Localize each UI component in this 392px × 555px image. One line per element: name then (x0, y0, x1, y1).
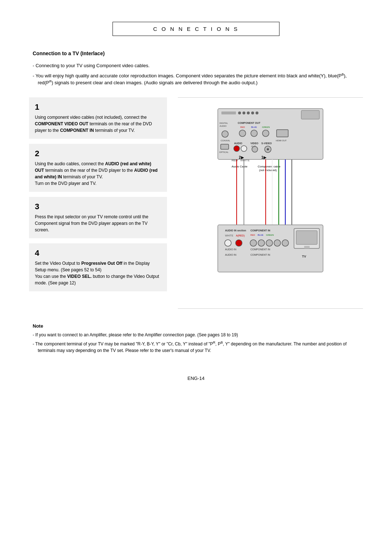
page-number: ENG-14 (29, 376, 363, 381)
diagram-column: DIGITAL AUDIO COAXIAL COMPONENT OUT RED … (178, 97, 363, 309)
svg-point-18 (262, 130, 269, 137)
svg-point-22 (234, 146, 240, 151)
svg-point-26 (252, 146, 258, 152)
svg-text:COAXIAL: COAXIAL (221, 139, 230, 142)
svg-text:S-VIDEO: S-VIDEO (261, 142, 272, 145)
note-section: Note - If you want to connect to an Ampl… (33, 323, 363, 354)
svg-text:WHITE: WHITE (240, 159, 250, 162)
intro-bullets: - Connecting to your TV using Component … (33, 62, 363, 86)
svg-rect-19 (221, 144, 229, 149)
svg-point-2 (238, 112, 241, 114)
svg-text:TV: TV (302, 255, 306, 258)
steps-column: 1 Using component video cables (not incl… (29, 97, 167, 309)
svg-text:COMPONENT IN: COMPONENT IN (250, 229, 270, 232)
svg-text:GREEN: GREEN (266, 234, 274, 236)
svg-rect-1 (221, 112, 236, 114)
svg-point-4 (247, 112, 250, 114)
svg-text:BLUE: BLUE (258, 234, 264, 236)
svg-rect-65 (304, 246, 310, 248)
page-title: C O N N E C T I O N S (153, 26, 239, 32)
svg-text:AUDIO IN: AUDIO IN (225, 254, 236, 256)
svg-text:WHITE: WHITE (225, 234, 233, 237)
svg-point-57 (258, 240, 265, 246)
svg-text:Component cable: Component cable (258, 165, 281, 168)
section-heading: Connection to a TV (Interlace) (33, 50, 363, 56)
step-4-block: 4 Set the Video Output to Progressive Ou… (29, 243, 167, 291)
svg-text:HDMI OUT: HDMI OUT (276, 139, 287, 142)
svg-text:(not included): (not included) (259, 169, 277, 172)
step-1-block: 1 Using component video cables (not incl… (29, 97, 167, 139)
svg-text:BLUE: BLUE (251, 126, 257, 128)
svg-text:A(RED): A(RED) (236, 234, 245, 237)
svg-point-51 (236, 240, 242, 246)
svg-text:RED: RED (240, 126, 245, 128)
svg-point-60 (282, 240, 289, 246)
svg-text:GREEN: GREEN (262, 126, 270, 128)
step-4-number: 4 (35, 248, 161, 258)
svg-text:COMPONENT OUT: COMPONENT OUT (238, 122, 261, 124)
svg-point-58 (266, 240, 273, 246)
svg-text:AUDIO IN: AUDIO IN (225, 248, 236, 251)
step-2-text: Using the audio cables, connect the AUDI… (35, 161, 161, 187)
svg-point-3 (242, 112, 245, 114)
note-bullet-1: - If you want to connect to an Amplifier… (33, 332, 363, 338)
svg-text:Audio Cable: Audio Cable (232, 165, 248, 168)
note-title: Note (33, 323, 363, 329)
step-4-text: Set the Video Output to Progressive Out … (35, 260, 161, 286)
step-3-text: Press the input selector on your TV remo… (35, 214, 161, 233)
svg-text:RED: RED (250, 234, 255, 236)
svg-point-6 (256, 112, 258, 114)
svg-point-10 (222, 131, 228, 137)
title-box: C O N N E C T I O N S (113, 22, 279, 36)
connection-svg: DIGITAL AUDIO COAXIAL COMPONENT OUT RED … (214, 105, 327, 301)
connection-diagram: DIGITAL AUDIO COAXIAL COMPONENT OUT RED … (181, 105, 359, 301)
svg-text:COMPONENT IN: COMPONENT IN (250, 254, 270, 256)
svg-text:VIDEO: VIDEO (250, 142, 258, 145)
svg-point-50 (225, 240, 231, 246)
note-bullet-2: - The component terminal of your TV may … (33, 340, 363, 354)
page-wrapper: C O N N E C T I O N S Connection to a TV… (29, 22, 363, 381)
svg-rect-64 (296, 231, 317, 244)
svg-point-29 (267, 148, 269, 150)
intro-bullet-1: - Connecting to your TV using Component … (33, 62, 363, 69)
step-1-text: Using component video cables (not includ… (35, 114, 161, 134)
svg-point-5 (251, 112, 254, 114)
svg-point-59 (274, 240, 281, 246)
svg-text:OPTICAL: OPTICAL (219, 151, 229, 153)
note-bullets: - If you want to connect to an Amplifier… (33, 332, 363, 354)
step-3-block: 3 Press the input selector on your TV re… (29, 197, 167, 238)
svg-point-17 (251, 130, 257, 137)
svg-text:AUDIO IN section: AUDIO IN section (225, 229, 246, 232)
step-2-block: 2 Using the audio cables, connect the AU… (29, 144, 167, 192)
svg-text:AUDIO: AUDIO (220, 125, 226, 127)
svg-rect-30 (277, 130, 288, 137)
svg-point-16 (239, 130, 246, 137)
intro-bullet-2: - You will enjoy high quality and accura… (33, 72, 363, 87)
svg-text:AUDIO: AUDIO (234, 142, 242, 145)
svg-rect-7 (301, 110, 319, 119)
svg-text:1▶: 1▶ (261, 155, 267, 159)
step-3-number: 3 (35, 202, 161, 211)
step-2-number: 2 (35, 149, 161, 158)
svg-point-56 (250, 240, 257, 246)
main-content: 1 Using component video cables (not incl… (29, 97, 363, 309)
svg-point-23 (241, 146, 247, 151)
step-1-number: 1 (35, 102, 161, 112)
svg-text:COMPONENT IN: COMPONENT IN (250, 248, 270, 251)
svg-text:DIGITAL: DIGITAL (220, 122, 228, 124)
